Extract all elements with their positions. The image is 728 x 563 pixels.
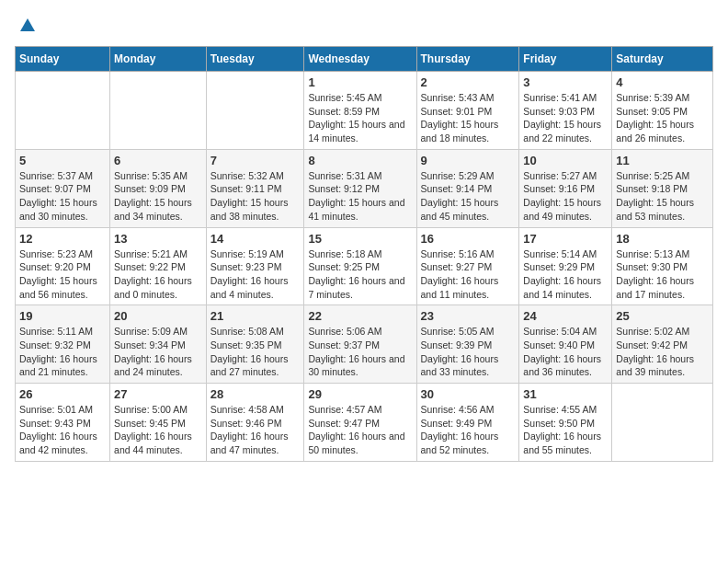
week-row-5: 26Sunrise: 5:01 AM Sunset: 9:43 PM Dayli… xyxy=(16,384,713,462)
day-number: 17 xyxy=(523,232,608,246)
calendar-cell: 20Sunrise: 5:09 AM Sunset: 9:34 PM Dayli… xyxy=(110,305,207,384)
day-number: 3 xyxy=(523,75,608,89)
logo-icon xyxy=(17,15,39,37)
day-detail: Sunrise: 4:55 AM Sunset: 9:50 PM Dayligh… xyxy=(523,403,608,457)
calendar-cell xyxy=(612,384,713,462)
day-detail: Sunrise: 5:09 AM Sunset: 9:34 PM Dayligh… xyxy=(114,325,202,379)
calendar-cell: 27Sunrise: 5:00 AM Sunset: 9:45 PM Dayli… xyxy=(110,384,207,462)
day-number: 5 xyxy=(19,154,106,167)
calendar-cell: 15Sunrise: 5:18 AM Sunset: 9:25 PM Dayli… xyxy=(304,227,416,305)
header xyxy=(15,15,713,37)
day-detail: Sunrise: 5:32 AM Sunset: 9:11 PM Dayligh… xyxy=(210,169,301,224)
header-cell-thursday: Thursday xyxy=(416,47,519,72)
day-detail: Sunrise: 5:00 AM Sunset: 9:45 PM Dayligh… xyxy=(114,403,202,457)
day-detail: Sunrise: 5:43 AM Sunset: 9:01 PM Dayligh… xyxy=(421,91,516,145)
calendar-cell: 9Sunrise: 5:29 AM Sunset: 9:14 PM Daylig… xyxy=(416,149,519,227)
calendar-header: SundayMondayTuesdayWednesdayThursdayFrid… xyxy=(16,47,713,72)
day-number: 28 xyxy=(210,387,301,401)
calendar-cell: 1Sunrise: 5:45 AM Sunset: 8:59 PM Daylig… xyxy=(304,72,416,150)
calendar-cell: 4Sunrise: 5:39 AM Sunset: 9:05 PM Daylig… xyxy=(612,72,713,150)
day-number: 25 xyxy=(616,309,709,323)
calendar-cell: 3Sunrise: 5:41 AM Sunset: 9:03 PM Daylig… xyxy=(519,72,612,150)
day-detail: Sunrise: 5:21 AM Sunset: 9:22 PM Dayligh… xyxy=(114,247,202,302)
calendar-cell: 10Sunrise: 5:27 AM Sunset: 9:16 PM Dayli… xyxy=(519,149,612,227)
day-number: 8 xyxy=(308,154,412,167)
header-cell-tuesday: Tuesday xyxy=(206,47,304,72)
day-detail: Sunrise: 4:58 AM Sunset: 9:46 PM Dayligh… xyxy=(210,403,301,457)
calendar-cell: 17Sunrise: 5:14 AM Sunset: 9:29 PM Dayli… xyxy=(519,227,612,305)
calendar-cell: 31Sunrise: 4:55 AM Sunset: 9:50 PM Dayli… xyxy=(519,384,612,462)
day-number: 21 xyxy=(210,309,301,323)
calendar-cell: 22Sunrise: 5:06 AM Sunset: 9:37 PM Dayli… xyxy=(304,305,416,384)
calendar-cell: 25Sunrise: 5:02 AM Sunset: 9:42 PM Dayli… xyxy=(612,305,713,384)
day-detail: Sunrise: 5:23 AM Sunset: 9:20 PM Dayligh… xyxy=(19,247,106,302)
week-row-3: 12Sunrise: 5:23 AM Sunset: 9:20 PM Dayli… xyxy=(16,227,713,305)
calendar-cell: 7Sunrise: 5:32 AM Sunset: 9:11 PM Daylig… xyxy=(206,149,304,227)
day-number: 16 xyxy=(421,232,516,246)
calendar-cell: 2Sunrise: 5:43 AM Sunset: 9:01 PM Daylig… xyxy=(416,72,519,150)
day-number: 19 xyxy=(19,309,106,323)
calendar-table: SundayMondayTuesdayWednesdayThursdayFrid… xyxy=(15,46,713,462)
day-number: 24 xyxy=(523,309,608,323)
day-number: 6 xyxy=(114,154,202,167)
calendar-cell: 19Sunrise: 5:11 AM Sunset: 9:32 PM Dayli… xyxy=(16,305,110,384)
day-number: 4 xyxy=(616,75,709,89)
day-detail: Sunrise: 5:04 AM Sunset: 9:40 PM Dayligh… xyxy=(523,325,608,379)
day-number: 11 xyxy=(616,154,709,167)
day-number: 9 xyxy=(421,154,516,167)
calendar-cell xyxy=(16,72,110,150)
calendar-cell xyxy=(110,72,207,150)
day-number: 26 xyxy=(19,387,106,401)
calendar-cell: 21Sunrise: 5:08 AM Sunset: 9:35 PM Dayli… xyxy=(206,305,304,384)
day-number: 14 xyxy=(210,232,301,246)
day-detail: Sunrise: 5:39 AM Sunset: 9:05 PM Dayligh… xyxy=(616,91,709,145)
calendar-cell: 18Sunrise: 5:13 AM Sunset: 9:30 PM Dayli… xyxy=(612,227,713,305)
day-number: 27 xyxy=(114,387,202,401)
day-detail: Sunrise: 5:05 AM Sunset: 9:39 PM Dayligh… xyxy=(421,325,516,379)
day-number: 22 xyxy=(308,309,412,323)
day-detail: Sunrise: 5:29 AM Sunset: 9:14 PM Dayligh… xyxy=(421,169,516,224)
svg-marker-0 xyxy=(20,18,35,31)
header-cell-sunday: Sunday xyxy=(16,47,110,72)
week-row-2: 5Sunrise: 5:37 AM Sunset: 9:07 PM Daylig… xyxy=(16,149,713,227)
calendar-cell: 13Sunrise: 5:21 AM Sunset: 9:22 PM Dayli… xyxy=(110,227,207,305)
day-detail: Sunrise: 5:02 AM Sunset: 9:42 PM Dayligh… xyxy=(616,325,709,379)
day-number: 15 xyxy=(308,232,412,246)
day-number: 29 xyxy=(308,387,412,401)
day-detail: Sunrise: 5:41 AM Sunset: 9:03 PM Dayligh… xyxy=(523,91,608,145)
day-detail: Sunrise: 5:19 AM Sunset: 9:23 PM Dayligh… xyxy=(210,247,301,302)
day-number: 30 xyxy=(421,387,516,401)
header-row: SundayMondayTuesdayWednesdayThursdayFrid… xyxy=(16,47,713,72)
day-detail: Sunrise: 5:01 AM Sunset: 9:43 PM Dayligh… xyxy=(19,403,106,457)
calendar-cell: 26Sunrise: 5:01 AM Sunset: 9:43 PM Dayli… xyxy=(16,384,110,462)
day-number: 7 xyxy=(210,154,301,167)
week-row-1: 1Sunrise: 5:45 AM Sunset: 8:59 PM Daylig… xyxy=(16,72,713,150)
calendar-cell: 28Sunrise: 4:58 AM Sunset: 9:46 PM Dayli… xyxy=(206,384,304,462)
day-number: 1 xyxy=(308,75,412,89)
calendar-cell: 29Sunrise: 4:57 AM Sunset: 9:47 PM Dayli… xyxy=(304,384,416,462)
day-detail: Sunrise: 5:31 AM Sunset: 9:12 PM Dayligh… xyxy=(308,169,412,224)
header-cell-monday: Monday xyxy=(110,47,207,72)
day-number: 20 xyxy=(114,309,202,323)
calendar-cell: 16Sunrise: 5:16 AM Sunset: 9:27 PM Dayli… xyxy=(416,227,519,305)
day-detail: Sunrise: 5:14 AM Sunset: 9:29 PM Dayligh… xyxy=(523,247,608,302)
calendar-cell: 23Sunrise: 5:05 AM Sunset: 9:39 PM Dayli… xyxy=(416,305,519,384)
calendar-cell xyxy=(206,72,304,150)
day-detail: Sunrise: 5:13 AM Sunset: 9:30 PM Dayligh… xyxy=(616,247,709,302)
day-detail: Sunrise: 4:56 AM Sunset: 9:49 PM Dayligh… xyxy=(421,403,516,457)
day-number: 31 xyxy=(523,387,608,401)
day-detail: Sunrise: 5:11 AM Sunset: 9:32 PM Dayligh… xyxy=(19,325,106,379)
calendar-cell: 24Sunrise: 5:04 AM Sunset: 9:40 PM Dayli… xyxy=(519,305,612,384)
day-detail: Sunrise: 5:18 AM Sunset: 9:25 PM Dayligh… xyxy=(308,247,412,302)
calendar-body: 1Sunrise: 5:45 AM Sunset: 8:59 PM Daylig… xyxy=(16,72,713,462)
day-detail: Sunrise: 5:45 AM Sunset: 8:59 PM Dayligh… xyxy=(308,91,412,145)
day-detail: Sunrise: 4:57 AM Sunset: 9:47 PM Dayligh… xyxy=(308,403,412,457)
header-cell-wednesday: Wednesday xyxy=(304,47,416,72)
day-detail: Sunrise: 5:06 AM Sunset: 9:37 PM Dayligh… xyxy=(308,325,412,379)
logo xyxy=(15,15,39,37)
day-detail: Sunrise: 5:27 AM Sunset: 9:16 PM Dayligh… xyxy=(523,169,608,224)
calendar-cell: 14Sunrise: 5:19 AM Sunset: 9:23 PM Dayli… xyxy=(206,227,304,305)
day-number: 18 xyxy=(616,232,709,246)
day-number: 23 xyxy=(421,309,516,323)
week-row-4: 19Sunrise: 5:11 AM Sunset: 9:32 PM Dayli… xyxy=(16,305,713,384)
